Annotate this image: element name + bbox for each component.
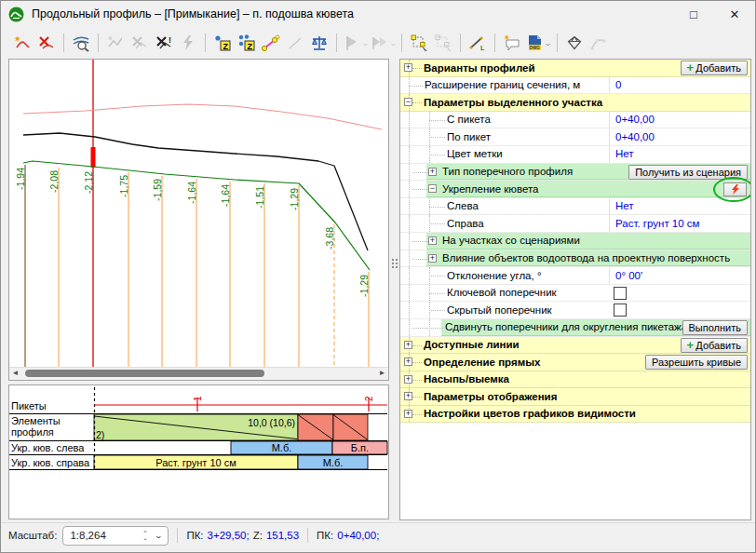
collapse-box[interactable]: − (428, 184, 437, 193)
elevation-label: -1,29 (358, 275, 370, 297)
prop-label-reinforcement-right: Справа (447, 218, 484, 229)
picket-label: 1 (193, 396, 203, 401)
toolbar-line-l-button[interactable]: L (466, 32, 489, 54)
prop-label-key-cross-section: Ключевой поперечник (447, 287, 557, 298)
elevation-label: -1,51 (254, 186, 265, 209)
toolbar-polyline-add-button[interactable]: ✷ (104, 32, 127, 54)
close-button[interactable]: ✕ (714, 1, 755, 27)
collapse-box[interactable]: − (404, 98, 412, 106)
expand-box[interactable]: + (428, 168, 437, 176)
toolbar-point-z-button[interactable]: Z (211, 32, 234, 54)
table-row-header: Укр. кюв. справа (11, 457, 90, 468)
checkbox-key-cross-section[interactable] (614, 287, 627, 300)
profile-chart-area[interactable]: -1,94-2,08-2,12-1,75-1,59-1,64-1,64-1,51… (8, 59, 389, 381)
profile-chart[interactable]: -1,94-2,08-2,12-1,75-1,59-1,64-1,64-1,51… (9, 60, 388, 368)
toolbar-flags-button[interactable]: ⌄ (371, 32, 397, 54)
toolbar-lightning-button[interactable] (177, 32, 199, 54)
toolbar-curve-button[interactable] (587, 32, 610, 54)
toolbar-points-z-button[interactable]: Z (236, 32, 258, 54)
toolbar-select-rect-2-button[interactable] (432, 32, 454, 54)
expand-box[interactable]: + (428, 254, 437, 263)
toolbar-dwg-export-button[interactable]: DWG⌄ (525, 32, 551, 54)
prop-value-reinforcement-left[interactable]: Нет (609, 198, 750, 215)
toolbar-profile-add-button[interactable]: ✷ (11, 32, 34, 54)
profile-elements-table[interactable]: 10,0 (10,6)2)М.б.Б.п.Раст. грунт 10 смМ.… (8, 384, 389, 519)
toolbar-dropdown-icon[interactable]: ⌄ (361, 39, 370, 47)
add-line-button[interactable]: + Добавить (681, 338, 748, 353)
corner-label: 2) (96, 429, 104, 440)
add-variant-button[interactable]: + Добавить (681, 61, 748, 75)
allow-curves-button[interactable]: Разрешить кривые (645, 355, 748, 370)
expand-box[interactable]: + (404, 341, 412, 349)
tree-line (409, 128, 410, 145)
expand-box[interactable]: + (404, 63, 412, 72)
prop-label-to-picket: По пикет (447, 131, 491, 142)
scroll-right-arrow[interactable]: ► (376, 368, 388, 379)
prop-row-key-cross-section: Ключевой поперечник (400, 285, 750, 303)
spinner-up-down-icon[interactable]: ⌃⌄ (142, 531, 147, 540)
toolbar-measure-button[interactable] (260, 32, 282, 54)
prop-label-sections-with-scenarios: На участках со сценариями (442, 235, 580, 246)
toolbar-dropdown-icon[interactable]: ⌄ (544, 39, 552, 47)
toolbar-profiles-browse-button[interactable] (70, 32, 92, 54)
plus-icon: + (687, 338, 695, 352)
maximize-button[interactable]: □ (673, 1, 714, 27)
toolbar-flag-button[interactable]: ⌄ (343, 32, 369, 54)
toolbar-profile-delete-button[interactable] (35, 32, 58, 54)
toolbar-scales-button[interactable] (308, 32, 331, 54)
elevation-label: -1,29 (289, 188, 300, 210)
tree-line (409, 112, 410, 128)
tree-line (409, 215, 410, 232)
scroll-left-arrow[interactable]: ◄ (9, 368, 21, 379)
prop-value-reinforcement-right[interactable]: Раст. грунт 10 см (609, 215, 750, 232)
tree-line (409, 181, 410, 197)
prop-row-reinforcement-right: СправаРаст. грунт 10 см (400, 215, 750, 233)
prop-row-shift-cross-sections: Сдвинуть поперечники для округления пике… (400, 319, 750, 337)
expand-box[interactable]: + (428, 236, 437, 245)
selected-pk-value: 0+40,00; (337, 530, 379, 541)
toolbar-separator (336, 34, 337, 52)
prop-row-mark-color: Цвет меткиНет (400, 146, 750, 164)
svg-text:✷: ✷ (14, 34, 21, 44)
toolbar-line-button[interactable] (284, 32, 306, 54)
elevation-label: -1,75 (118, 175, 129, 197)
lightning-button[interactable] (723, 182, 747, 196)
checkbox-hidden-cross-section[interactable] (614, 303, 627, 317)
scale-dropdown-icon[interactable]: ⌄ (154, 532, 163, 540)
title-bar: Продольный профиль – [Примыкание] – п. п… (1, 1, 755, 27)
scale-spinner[interactable]: 1:8,264 ⌃⌄ ⌄ (62, 526, 169, 546)
tree-line (409, 233, 410, 250)
toolbar-polyline-delete-all-button[interactable]: ! (153, 32, 175, 54)
prop-value-angle-deviation[interactable]: 0° 00' (609, 267, 750, 284)
toolbar-diamond-button[interactable] (563, 32, 586, 54)
execute-button[interactable]: Выполнить (682, 320, 748, 335)
scroll-thumb[interactable] (25, 370, 264, 377)
prop-row-reinforcement-left: СлеваНет (400, 198, 750, 216)
prop-value-mark-color[interactable]: Нет (609, 146, 750, 163)
svg-text:✷: ✷ (504, 34, 510, 42)
expand-box[interactable]: + (404, 392, 412, 400)
scale-label: Масштаб: (8, 530, 57, 541)
toolbar: ✷✷!ZZ⌄⌄L✷DWG⌄ (1, 27, 755, 59)
prop-value-from-picket[interactable]: 0+40,00 (609, 112, 750, 128)
tree-line (412, 362, 422, 363)
get-from-scenario-button[interactable]: Получить из сценария (628, 165, 748, 180)
prop-value-to-picket[interactable]: 0+40,00 (609, 128, 750, 145)
cursor-position: ПК: 3+29,50; Z: 151,53 (186, 530, 299, 541)
table-row-header: Пикеты (11, 400, 47, 411)
prop-value-section-bounds-extension[interactable]: 0 (609, 77, 750, 94)
expand-box[interactable]: + (404, 410, 412, 418)
toolbar-dropdown-icon[interactable]: ⌄ (388, 39, 397, 47)
expand-box[interactable]: + (404, 375, 412, 384)
toolbar-polyline-delete-button[interactable] (128, 32, 151, 54)
tree-line (412, 345, 422, 346)
pane-splitter[interactable] (390, 59, 399, 519)
elevation-label: -3,68 (324, 227, 335, 250)
toolbar-callout-button[interactable]: ✷ (501, 32, 523, 54)
toolbar-select-rect-button[interactable] (408, 32, 430, 54)
svg-text:Z: Z (248, 42, 253, 51)
expand-box[interactable]: + (404, 357, 412, 366)
chart-horizontal-scrollbar[interactable]: ◄ ► (9, 367, 388, 380)
reinforcement-left-label: Б.п. (351, 442, 369, 453)
splitter-grip[interactable] (392, 252, 398, 275)
